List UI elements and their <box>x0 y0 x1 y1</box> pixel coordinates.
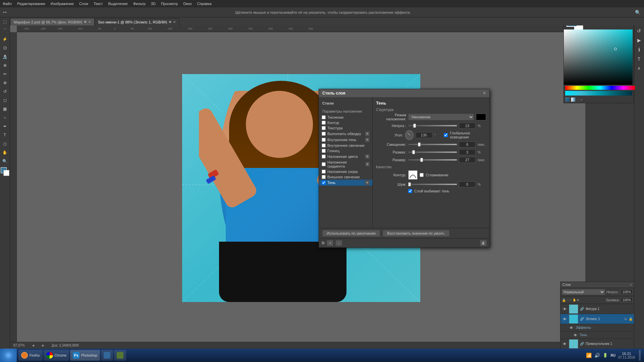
taskbar-item-chrome[interactable]: Chrome <box>44 350 69 361</box>
taskbar-item-app1[interactable] <box>101 350 113 361</box>
layer-visibility-eye-sub[interactable]: 👁 <box>569 325 574 330</box>
fx-remove-effect-btn[interactable]: - <box>335 240 342 246</box>
style-item-contour[interactable]: Контур <box>319 120 372 125</box>
style-item-shadow[interactable]: Тень + <box>319 180 372 186</box>
color-spectrum[interactable] <box>565 91 632 96</box>
spread-slider-thumb[interactable] <box>412 150 415 154</box>
layer-row-shadow[interactable]: 👁 Тень <box>560 331 634 339</box>
style-item-gradient-overlay[interactable]: Наложение градиента + <box>319 160 372 169</box>
tab-close-button[interactable]: ✕ <box>173 20 176 24</box>
contour-preview[interactable] <box>408 170 418 180</box>
tool-shape[interactable]: ◻ <box>1 140 9 148</box>
fx-delete-btn[interactable]: 🗑 <box>480 240 487 246</box>
tool-gradient[interactable]: ▦ <box>1 105 9 113</box>
menubar-item-3d[interactable]: 3D <box>148 1 158 6</box>
style-check-color-overlay[interactable] <box>322 155 326 159</box>
style-check-shadow[interactable] <box>322 181 326 185</box>
layer-row-effects[interactable]: 👁 Эффекты <box>560 324 634 331</box>
panel-icon-info[interactable]: ℹ <box>634 45 644 54</box>
tool-select-rect[interactable]: ⬚ <box>1 18 9 26</box>
taskbar-clock[interactable]: 16:21 07.11.2018 <box>618 352 635 359</box>
anti-alias-checkbox[interactable] <box>420 173 424 177</box>
style-check-inner-shadow[interactable] <box>322 138 326 142</box>
tray-icon-sound[interactable]: 🔊 <box>594 353 600 358</box>
menubar-item-view[interactable]: Просмотр <box>158 1 180 6</box>
noise-input[interactable] <box>459 181 476 187</box>
layer-panel-menu-icon[interactable]: ≡ <box>630 283 632 287</box>
style-check-texture[interactable] <box>322 126 326 130</box>
spread-input[interactable]: 3 <box>459 149 476 155</box>
canvas-content[interactable] <box>17 32 585 344</box>
style-item-outer-glow[interactable]: Внешнее свечение <box>319 174 372 180</box>
tab-close-button[interactable]: ✕ <box>88 20 91 24</box>
layer-row-ellipse1[interactable]: 👁 🔗 Эллипс 1 fx 🔒 <box>560 314 634 324</box>
style-check-inner-glow[interactable] <box>322 143 326 147</box>
tool-clone[interactable]: ⊗ <box>1 79 9 87</box>
layer-visibility-eye[interactable]: 👁 <box>562 341 567 347</box>
style-default-btn[interactable]: Использовать по умолчанию <box>322 230 380 237</box>
layer-lock-all[interactable]: □ + ✋ ■ <box>567 298 579 302</box>
offset-slider-thumb[interactable] <box>418 142 421 146</box>
tool-eyedropper[interactable]: 🔬 <box>1 53 9 61</box>
start-button[interactable] <box>0 349 17 362</box>
inner-shadow-add-icon[interactable]: + <box>365 137 370 142</box>
search-icon[interactable]: 🔍 <box>635 10 641 15</box>
menubar-item-filter[interactable]: Фильтр <box>130 1 148 6</box>
panel-icon-history[interactable]: ↺ <box>634 26 644 36</box>
layer-visibility-eye[interactable]: 👁 <box>562 316 567 322</box>
tab-unnamed[interactable]: Без имени-1 @ 88% (Эллипс 1, RGB/8#) ✱ ✕ <box>95 18 179 25</box>
size-input[interactable]: 27 <box>459 157 476 163</box>
layer-fill-input[interactable] <box>621 297 633 303</box>
style-item-emboss[interactable]: Тиснение <box>319 115 372 120</box>
menubar-item-edit[interactable]: Редактирование <box>14 1 48 6</box>
style-item-pattern-overlay[interactable]: Наложение узора <box>319 169 372 174</box>
tool-lasso[interactable]: ⌒ <box>1 26 9 35</box>
style-reset-btn[interactable]: Восстановить значения по умолч. <box>383 230 449 237</box>
blend-color-box[interactable] <box>476 114 486 120</box>
menubar-item-select[interactable]: Выделение <box>106 1 130 6</box>
menubar-item-help[interactable]: Справка <box>195 1 214 6</box>
tool-dodge[interactable]: ○ <box>1 114 9 122</box>
layer-blend-mode[interactable]: Нормальный <box>562 289 605 295</box>
menubar-item-layers[interactable]: Слои <box>76 1 91 6</box>
noise-slider-thumb[interactable] <box>408 182 411 186</box>
background-color-swatch[interactable] <box>3 170 9 176</box>
style-item-satin[interactable]: Глянец <box>319 148 372 154</box>
style-check-outer-glow[interactable] <box>322 175 326 179</box>
offset-input[interactable]: 6 <box>459 141 476 147</box>
blend-mode-select[interactable]: Умножение Нормальный <box>408 114 474 120</box>
style-check-emboss[interactable] <box>322 115 326 119</box>
color-cube-icon[interactable] <box>565 97 570 102</box>
language-indicator[interactable]: RU <box>610 354 615 357</box>
style-check-contour[interactable] <box>322 121 326 125</box>
angle-input[interactable]: 135 <box>416 132 432 138</box>
offset-slider[interactable] <box>408 144 457 145</box>
style-item-stroke[interactable]: Выполнить обводку + <box>319 131 372 137</box>
tool-hand[interactable]: ✋ <box>1 148 9 157</box>
angle-wheel[interactable] <box>405 130 414 140</box>
layer-opacity-input[interactable] <box>621 289 633 295</box>
tray-icon-network[interactable]: 📶 <box>586 353 592 358</box>
layer-row-rect1[interactable]: 👁 🔗 Прямоугольник 1 <box>560 339 634 349</box>
layer-row-figura1[interactable]: 👁 🔗 Фигура 1 <box>560 304 634 314</box>
color-mode-icon[interactable]: ⬚ <box>577 98 580 102</box>
menubar-item-text[interactable]: Текст <box>91 1 106 6</box>
tool-text[interactable]: T <box>1 131 9 139</box>
tray-icon-battery[interactable]: 🔋 <box>603 353 608 358</box>
style-check-pattern-overlay[interactable] <box>322 170 326 174</box>
tool-crop[interactable]: ⊡ <box>1 44 9 52</box>
panel-icon-character[interactable]: T <box>634 54 644 64</box>
hue-slider[interactable] <box>565 86 635 90</box>
fx-add-effect-btn[interactable]: + <box>327 240 333 246</box>
style-item-inner-shadow[interactable]: Внутренняя тень + <box>319 137 372 143</box>
style-item-texture[interactable]: Текстура <box>319 125 372 131</box>
color-gradient-area[interactable] <box>564 29 633 85</box>
tool-brush[interactable]: ✏ <box>1 70 9 78</box>
menubar-item-image[interactable]: Изображение <box>48 1 76 6</box>
tool-wand[interactable]: ⚡ <box>1 35 9 43</box>
tool-history-brush[interactable]: ↺ <box>1 87 9 96</box>
taskbar-item-app2[interactable] <box>114 350 126 361</box>
nav-arrow-left[interactable]: ◄ <box>32 344 35 347</box>
size-slider-thumb[interactable] <box>420 158 423 162</box>
tool-zoom[interactable]: 🔍 <box>1 157 9 165</box>
